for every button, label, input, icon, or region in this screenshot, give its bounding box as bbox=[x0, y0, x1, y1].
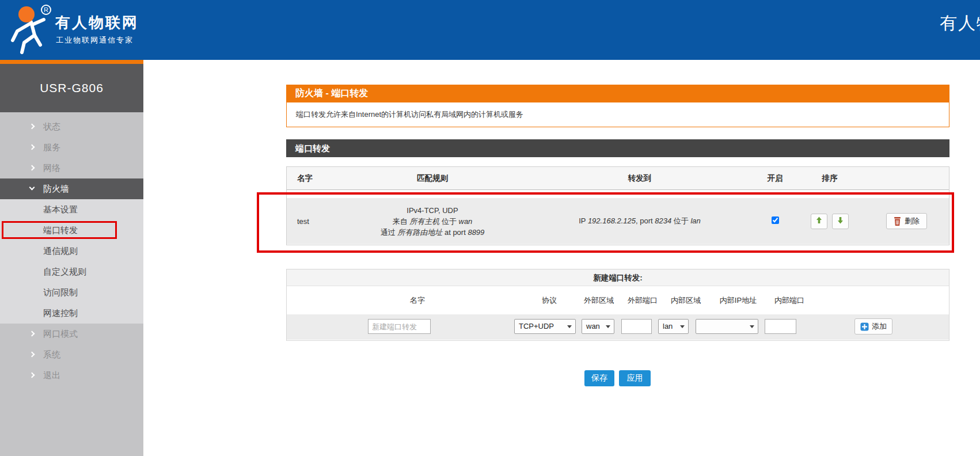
col-header-forward: 转发到 bbox=[525, 173, 755, 184]
new-forward-controls: TCP+UDP wan lan 添加 bbox=[287, 314, 949, 340]
arrow-up-icon bbox=[816, 216, 822, 224]
add-icon bbox=[860, 322, 869, 331]
rule-enable-cell bbox=[755, 216, 795, 226]
match-port-text: 8899 bbox=[468, 228, 484, 237]
apply-button[interactable]: 应用 bbox=[619, 370, 651, 386]
sidebar-item-label: 网口模式 bbox=[43, 324, 78, 344]
label-int-zone: 内部区域 bbox=[671, 295, 701, 306]
table-header-row: 名字 匹配规则 转发到 开启 排序 bbox=[287, 167, 949, 190]
forward-port-value: 8234 bbox=[655, 216, 671, 225]
sidebar-item-network[interactable]: 网络 bbox=[0, 158, 143, 178]
page-title: 防火墙 - 端口转发 bbox=[286, 85, 949, 102]
usr-logo-icon: R bbox=[5, 2, 53, 55]
save-button[interactable]: 保存 bbox=[584, 370, 614, 386]
port-forward-table: 名字 匹配规则 转发到 开启 排序 test IPv4-TCP, UDP 来自 … bbox=[286, 166, 949, 245]
col-header-sort: 排序 bbox=[795, 173, 864, 184]
delete-button[interactable]: 删除 bbox=[886, 213, 927, 229]
sidebar-item-logout[interactable]: 退出 bbox=[0, 365, 143, 386]
match-via-text: 通过 bbox=[381, 228, 396, 237]
col-header-match: 匹配规则 bbox=[340, 173, 525, 184]
match-zone-text: wan bbox=[459, 217, 473, 226]
new-forward-labels: 名字 协议 外部区域 外部端口 内部区域 内部IP地址 内部端口 bbox=[287, 286, 949, 314]
sidebar-menu: 状态 服务 网络 防火墙 基本设置 端口转发 通信规则 bbox=[0, 116, 143, 386]
brand-title: 有人物联网 bbox=[55, 13, 139, 33]
new-forward-title: 新建端口转发: bbox=[287, 269, 949, 286]
add-button-label: 添加 bbox=[872, 321, 887, 332]
int-zone-select[interactable]: lan bbox=[658, 319, 689, 334]
page-description: 端口转发允许来自Internet的计算机访问私有局域网内的计算机或服务 bbox=[286, 102, 949, 127]
sidebar-item-services[interactable]: 服务 bbox=[0, 137, 143, 158]
match-source: 来自 所有主机 位于 wan bbox=[340, 216, 525, 227]
sidebar-item-custom-rules[interactable]: 自定义规则 bbox=[0, 261, 143, 282]
chevron-right-icon bbox=[29, 124, 35, 130]
forward-port-label: , port bbox=[636, 216, 653, 225]
sidebar-item-label: 基本设置 bbox=[43, 199, 78, 220]
arrow-down-icon bbox=[837, 216, 844, 224]
sidebar-item-speed-control[interactable]: 网速控制 bbox=[0, 303, 143, 324]
sidebar-item-label: 自定义规则 bbox=[43, 261, 86, 282]
match-from-text: 来自 bbox=[393, 217, 408, 226]
sidebar-item-traffic-rules[interactable]: 通信规则 bbox=[0, 241, 143, 261]
chevron-right-icon bbox=[29, 331, 35, 337]
label-ext-zone: 外部区域 bbox=[584, 295, 614, 306]
sidebar-item-access-restriction[interactable]: 访问限制 bbox=[0, 282, 143, 303]
brand-subtitle: 工业物联网通信专家 bbox=[56, 35, 134, 45]
sidebar-item-label: 网速控制 bbox=[43, 303, 78, 324]
sidebar-accent-strip bbox=[0, 60, 143, 64]
rule-forward-to: IP 192.168.2.125, port 8234 位于 lan bbox=[525, 216, 755, 226]
forward-ip-label: IP bbox=[579, 216, 586, 225]
chevron-right-icon bbox=[29, 145, 35, 150]
ext-zone-select[interactable]: wan bbox=[582, 319, 614, 334]
sidebar-item-label: 网络 bbox=[43, 158, 60, 178]
sidebar-item-label: 状态 bbox=[43, 116, 60, 137]
label-int-port: 内部端口 bbox=[774, 295, 804, 306]
rule-action-cell: 删除 bbox=[864, 213, 949, 229]
sidebar-item-label: 退出 bbox=[43, 365, 60, 386]
move-up-button[interactable] bbox=[811, 214, 827, 229]
device-name: USR-G806 bbox=[0, 64, 143, 112]
label-name: 名字 bbox=[410, 295, 425, 306]
ext-port-input[interactable] bbox=[621, 319, 652, 334]
sidebar: USR-G806 状态 服务 网络 防火墙 基本设置 端口转发 bbox=[0, 64, 143, 456]
sidebar-item-label: 通信规则 bbox=[43, 241, 78, 261]
enable-checkbox[interactable] bbox=[772, 216, 779, 224]
int-zone-select-value: lan bbox=[663, 322, 673, 330]
sidebar-item-firewall[interactable]: 防火墙 bbox=[0, 178, 143, 199]
sidebar-item-basic-settings[interactable]: 基本设置 bbox=[0, 199, 143, 220]
chevron-right-icon bbox=[29, 352, 35, 358]
section-title: 端口转发 bbox=[286, 139, 949, 157]
match-addr-text: 所有路由地址 bbox=[397, 228, 442, 237]
new-name-input[interactable] bbox=[368, 319, 431, 334]
int-port-input[interactable] bbox=[765, 319, 796, 334]
reg-mark-glyph: R bbox=[44, 6, 48, 13]
sidebar-item-system[interactable]: 系统 bbox=[0, 344, 143, 365]
ext-zone-select-value: wan bbox=[586, 322, 600, 330]
move-down-button[interactable] bbox=[832, 214, 849, 229]
label-int-ip: 内部IP地址 bbox=[720, 295, 757, 306]
label-ext-port: 外部端口 bbox=[628, 295, 658, 306]
match-port-prefix-text: at port bbox=[445, 228, 466, 237]
header-watermark-text: 有人物 bbox=[940, 12, 980, 35]
protocol-select[interactable]: TCP+UDP bbox=[514, 319, 576, 334]
int-ip-select[interactable] bbox=[696, 319, 758, 334]
protocol-select-value: TCP+UDP bbox=[519, 322, 554, 330]
add-button[interactable]: 添加 bbox=[854, 318, 892, 335]
rule-match: IPv4-TCP, UDP 来自 所有主机 位于 wan 通过 所有路由地址 a… bbox=[340, 205, 525, 238]
sidebar-item-label: 系统 bbox=[43, 344, 60, 365]
table-spacer bbox=[287, 190, 949, 198]
delete-button-label: 删除 bbox=[905, 216, 920, 226]
screen: R 有人物联网 工业物联网通信专家 有人物 USR-G806 状态 服务 网络 … bbox=[0, 0, 980, 456]
forward-ip-value: 192.168.2.125 bbox=[588, 216, 636, 225]
sidebar-item-status[interactable]: 状态 bbox=[0, 116, 143, 137]
sidebar-item-port-mode[interactable]: 网口模式 bbox=[0, 324, 143, 344]
chevron-down-icon bbox=[29, 185, 35, 191]
match-at-text: 位于 bbox=[442, 217, 457, 226]
forward-at-text: 位于 bbox=[674, 216, 689, 225]
sidebar-item-label: 访问限制 bbox=[43, 282, 78, 303]
match-protocol: IPv4-TCP, UDP bbox=[340, 205, 525, 216]
chevron-right-icon bbox=[29, 165, 35, 171]
sidebar-item-label: 服务 bbox=[43, 137, 60, 158]
trash-icon bbox=[894, 217, 901, 226]
sidebar-item-port-forwarding[interactable]: 端口转发 bbox=[0, 220, 143, 241]
new-forward-section: 新建端口转发: 名字 协议 外部区域 外部端口 内部区域 内部IP地址 内部端口… bbox=[286, 269, 949, 341]
